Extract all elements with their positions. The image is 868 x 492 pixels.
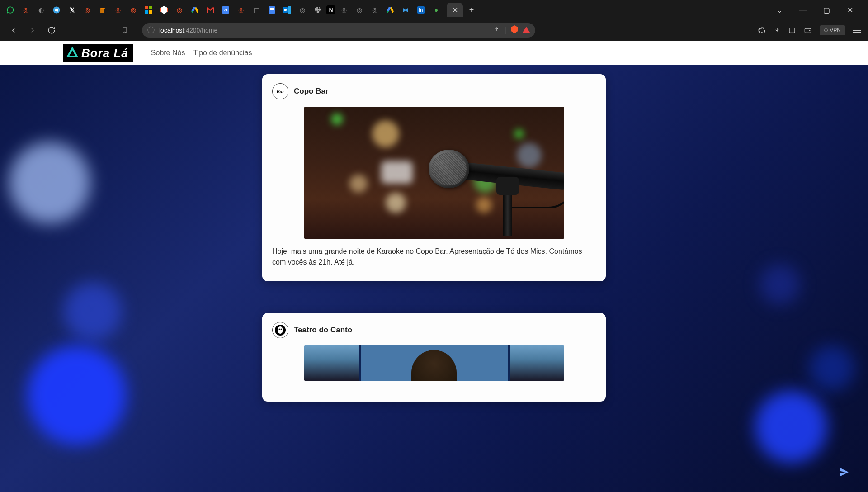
- bookmark-button[interactable]: [118, 24, 131, 37]
- tab-telegram-icon[interactable]: [50, 3, 63, 17]
- tab-generic-icon-2[interactable]: ◎: [296, 3, 309, 17]
- svg-marker-22: [68, 48, 77, 57]
- tab-brave-icon-2[interactable]: ◎: [80, 3, 94, 17]
- toolbar-right: VPN: [758, 25, 861, 35]
- window-controls: ⌄ — ▢ ✕: [770, 3, 864, 17]
- back-button[interactable]: [7, 24, 20, 37]
- wallet-icon[interactable]: [803, 27, 812, 34]
- tab-brave-icon-6[interactable]: ◎: [234, 3, 248, 17]
- floating-action-button[interactable]: [835, 463, 854, 481]
- nav-links: Sobre Nós Tipo de denúncias: [151, 49, 252, 57]
- close-window-button[interactable]: ✕: [841, 3, 859, 17]
- svg-rect-16: [789, 28, 795, 33]
- hero-background: Bar Copo Bar: [0, 65, 868, 492]
- extensions-icon[interactable]: [758, 26, 766, 34]
- feed-card: Bar Copo Bar: [262, 74, 606, 281]
- svg-rect-4: [149, 10, 152, 14]
- brave-wallet-icon[interactable]: [523, 26, 530, 34]
- tab-brave-icon-4[interactable]: ◎: [127, 3, 140, 17]
- vpn-badge[interactable]: VPN: [820, 25, 845, 35]
- tab-claude-icon[interactable]: ▦: [250, 3, 263, 17]
- tab-generic-icon-1[interactable]: ◐: [34, 3, 48, 17]
- tab-drive-icon-2[interactable]: [383, 3, 397, 17]
- share-icon[interactable]: [493, 27, 500, 34]
- svg-rect-2: [149, 6, 152, 9]
- tab-x-icon[interactable]: 𝕏: [65, 3, 79, 17]
- site-info-icon[interactable]: ⓘ: [147, 26, 155, 35]
- card-header: Teatro do Canto: [272, 322, 596, 338]
- tab-globe-icon[interactable]: 🌐︎: [311, 3, 325, 17]
- sidebar-icon[interactable]: [788, 27, 796, 34]
- maximize-button[interactable]: ▢: [817, 3, 835, 17]
- tab-orange-icon[interactable]: ▦: [96, 3, 109, 17]
- vpn-label: VPN: [830, 27, 841, 33]
- tab-outlook-icon[interactable]: [280, 3, 294, 17]
- new-tab-button[interactable]: +: [465, 3, 478, 17]
- tab-generic-icon-3[interactable]: ◎: [337, 3, 351, 17]
- address-bar[interactable]: ⓘ localhost:4200/home |: [142, 23, 535, 38]
- svg-text:21: 21: [224, 8, 228, 12]
- active-tab[interactable]: ✕: [447, 3, 463, 17]
- svg-rect-3: [145, 10, 148, 14]
- url-path: :4200/home: [184, 27, 217, 34]
- url-bar: ⓘ localhost:4200/home |: [0, 20, 868, 41]
- svg-rect-1: [145, 6, 148, 9]
- tab-brave-icon-3[interactable]: ◎: [111, 3, 125, 17]
- svg-text:in: in: [419, 8, 423, 13]
- downloads-icon[interactable]: [774, 26, 781, 34]
- tab-drive-icon-1[interactable]: [188, 3, 202, 17]
- tab-brave-icon-5[interactable]: ◎: [173, 3, 186, 17]
- svg-rect-9: [270, 9, 274, 10]
- tab-notion-icon[interactable]: N: [326, 5, 335, 14]
- tab-microsoft-icon[interactable]: [142, 3, 156, 17]
- tab-gmail-icon[interactable]: [203, 3, 217, 17]
- card-title: Copo Bar: [294, 87, 329, 96]
- nav-link-sobre[interactable]: Sobre Nós: [151, 49, 185, 57]
- avatar-text: Bar: [276, 89, 284, 94]
- tab-brave-browser-icon[interactable]: [157, 3, 171, 17]
- svg-rect-12: [288, 6, 291, 14]
- nav-link-denuncias[interactable]: Tipo de denúncias: [193, 49, 252, 57]
- url-text: localhost:4200/home: [159, 27, 488, 34]
- card-image: [304, 107, 564, 239]
- tab-brave-icon-1[interactable]: ◎: [19, 3, 33, 17]
- avatar[interactable]: Bar: [272, 83, 288, 99]
- svg-rect-8: [270, 8, 274, 9]
- minimize-button[interactable]: —: [794, 3, 812, 17]
- feed-card: Teatro do Canto: [262, 313, 606, 402]
- app-navbar: Bora Lá Sobre Nós Tipo de denúncias: [0, 41, 868, 65]
- browser-chrome: ◎ ◐ 𝕏 ◎ ▦ ◎ ◎ ◎ 21 ◎ ▦ ◎ 🌐︎: [0, 0, 868, 41]
- avatar[interactable]: [272, 322, 288, 338]
- tab-green-icon[interactable]: ●: [429, 3, 443, 17]
- svg-point-25: [281, 329, 282, 330]
- tab-linkedin-icon[interactable]: in: [414, 3, 428, 17]
- tab-gdocs-icon[interactable]: [265, 3, 278, 17]
- logo-icon: [66, 47, 79, 59]
- tab-whatsapp-icon[interactable]: [4, 3, 17, 17]
- svg-point-13: [284, 9, 287, 11]
- tabs-dropdown-icon[interactable]: ⌄: [770, 3, 788, 17]
- svg-point-24: [279, 329, 280, 330]
- svg-rect-10: [270, 11, 272, 11]
- url-host: localhost: [159, 27, 184, 34]
- tab-generic-icon-5[interactable]: ◎: [368, 3, 382, 17]
- forward-button[interactable]: [26, 24, 39, 37]
- tab-vscode-icon[interactable]: ⧓: [399, 3, 412, 17]
- card-description: Hoje, mais uma grande noite de Karaoke n…: [272, 246, 596, 268]
- reload-button[interactable]: [45, 24, 58, 37]
- card-title: Teatro do Canto: [294, 326, 352, 335]
- brave-shield-icon[interactable]: [511, 25, 518, 35]
- close-tab-icon[interactable]: ✕: [452, 6, 458, 14]
- tab-bar: ◎ ◐ 𝕏 ◎ ▦ ◎ ◎ ◎ 21 ◎ ▦ ◎ 🌐︎: [0, 0, 868, 20]
- tab-calendar-icon[interactable]: 21: [219, 3, 232, 17]
- page-content[interactable]: Bora Lá Sobre Nós Tipo de denúncias Bar …: [0, 41, 868, 492]
- logo-text: Bora Lá: [81, 46, 128, 60]
- menu-icon[interactable]: [853, 27, 861, 33]
- card-header: Bar Copo Bar: [272, 83, 596, 99]
- tab-generic-icon-4[interactable]: ◎: [353, 3, 366, 17]
- card-image: [304, 345, 564, 381]
- app-logo[interactable]: Bora Lá: [63, 44, 133, 62]
